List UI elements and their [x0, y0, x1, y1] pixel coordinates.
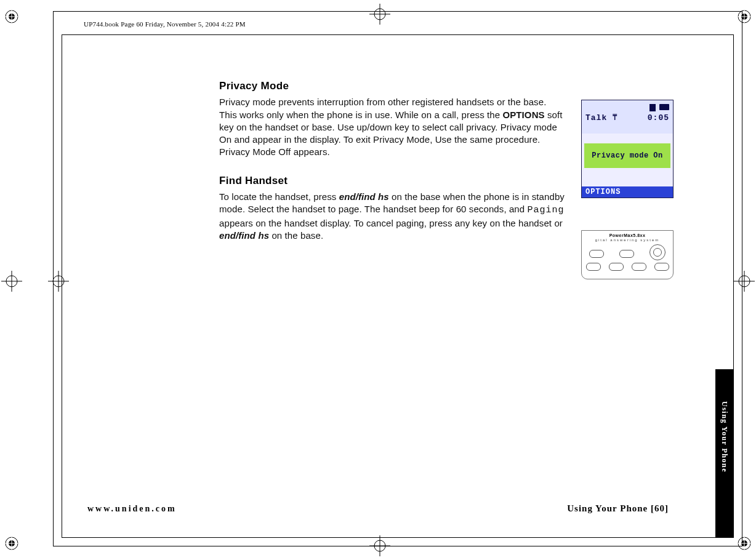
paragraph-privacy-mode: Privacy mode prevents interruption from …: [219, 96, 566, 158]
footer-url: www.uniden.com: [87, 505, 177, 513]
base-button: [586, 263, 601, 271]
text: Privacy mode prevents interruption from …: [219, 97, 546, 119]
registration-target-icon: [738, 537, 751, 550]
paragraph-find-handset: To locate the handset, press end/find hs…: [219, 191, 566, 242]
lcd-softkey-bar: OPTIONS: [582, 186, 673, 198]
lcd-call-timer: 0:05: [648, 114, 669, 122]
base-button: [654, 263, 669, 271]
text: Talk: [585, 113, 607, 122]
body-content: Privacy Mode Privacy mode prevents inter…: [219, 80, 566, 258]
registration-cross-icon: [369, 535, 390, 556]
base-button-row: [582, 247, 673, 260]
page-root: UP744.book Page 60 Friday, November 5, 2…: [0, 0, 756, 560]
options-key-label: OPTIONS: [502, 110, 544, 120]
base-button: [619, 250, 634, 258]
base-button: [609, 263, 624, 271]
base-dpad-icon: [649, 244, 666, 260]
lcd-message-text: Privacy mode On: [592, 152, 663, 159]
registration-cross-icon: [734, 271, 755, 292]
paging-display-text: Paging: [528, 205, 565, 215]
registration-cross-icon: [369, 4, 390, 25]
base-button: [589, 250, 604, 258]
text: appears on the handset display. To cance…: [219, 218, 563, 228]
end-find-hs-key: end/find hs: [339, 191, 389, 202]
heading-privacy-mode: Privacy Mode: [219, 80, 566, 92]
section-tab: Using Your Phone: [715, 369, 734, 505]
section-tab-label: Using Your Phone: [721, 401, 728, 473]
text: on the base.: [269, 230, 323, 241]
antenna-icon: ⍑: [613, 113, 618, 122]
privacy-icon: [649, 104, 656, 111]
registration-cross-icon: [48, 271, 69, 292]
lcd-message-area: Privacy mode On: [584, 143, 670, 168]
registration-cross-icon: [1, 271, 22, 292]
lcd-status-bar: Talk ⍑ 0:05: [582, 100, 673, 134]
text: To locate the handset, press: [219, 191, 339, 202]
base-button: [632, 263, 646, 271]
base-brand-label: PowerMax5.8xx: [582, 233, 673, 238]
registration-target-icon: [5, 537, 18, 550]
base-button-row: [582, 263, 673, 271]
registration-target-icon: [738, 10, 751, 23]
base-unit-illustration: PowerMax5.8xx gital answering system: [581, 230, 674, 279]
registration-target-icon: [5, 10, 18, 23]
end-find-hs-key: end/find hs: [219, 230, 269, 241]
base-subtitle: gital answering system: [582, 238, 673, 242]
footer-page-reference: Using Your Phone [60]: [567, 504, 669, 513]
handset-lcd-illustration: Talk ⍑ 0:05 Privacy mode On OPTIONS: [581, 100, 674, 198]
section-tab-padding: [715, 505, 734, 538]
heading-find-handset: Find Handset: [219, 175, 566, 187]
lcd-talk-label: Talk ⍑: [585, 114, 618, 122]
battery-icon: [659, 104, 669, 110]
framemaker-header: UP744.book Page 60 Friday, November 5, 2…: [84, 21, 246, 28]
